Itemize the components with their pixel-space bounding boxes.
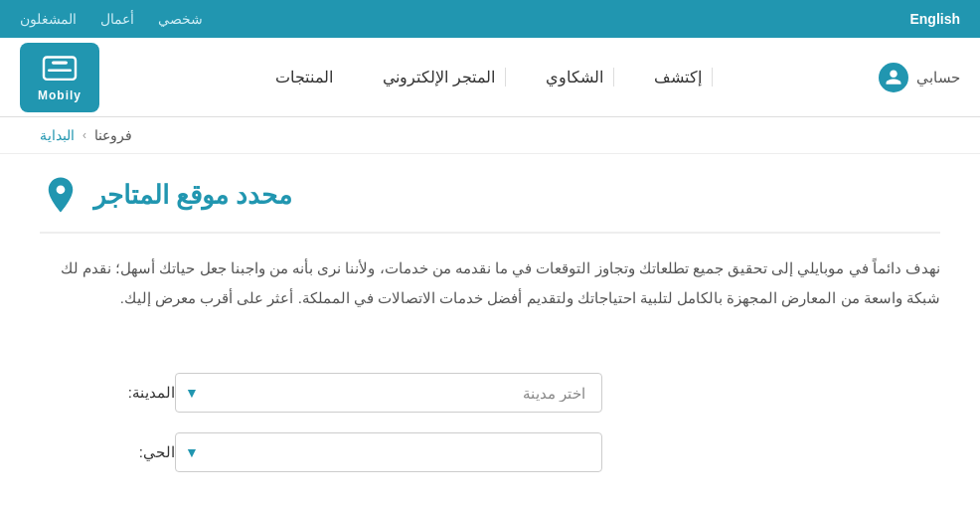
- breadcrumb-home[interactable]: البداية: [40, 127, 75, 143]
- english-language-btn[interactable]: English: [909, 11, 960, 27]
- breadcrumb-arrow: ›: [82, 128, 86, 142]
- logo-text: Mobily: [38, 88, 82, 102]
- nav-discover[interactable]: إكتشف: [644, 68, 713, 86]
- svg-rect-0: [44, 58, 76, 80]
- district-row: ▼ الحي:: [80, 432, 900, 472]
- top-bar: English شخصي أعمال المشغلون: [0, 0, 980, 38]
- top-bar-right: شخصي أعمال المشغلون: [20, 11, 203, 27]
- page-title: محدد موقع المتاجر: [93, 180, 292, 211]
- form-section: اختر مدينة ▼ المدينة: ▼ الحي:: [40, 373, 940, 472]
- district-select-wrapper: ▼: [175, 432, 602, 472]
- breadcrumb: فروعنا › البداية: [0, 117, 980, 154]
- breadcrumb-current: فروعنا: [94, 127, 132, 143]
- nav-store[interactable]: المتجر الإلكتروني: [373, 68, 505, 86]
- mobily-logo: Mobily: [20, 43, 99, 112]
- svg-rect-2: [48, 70, 72, 72]
- city-label: المدينة:: [95, 384, 175, 402]
- city-row: اختر مدينة ▼ المدينة:: [80, 373, 900, 413]
- nav-links: إكتشف الشكاوي المتجر الإلكتروني المنتجات: [99, 68, 879, 86]
- account-icon: [879, 63, 908, 92]
- city-select[interactable]: اختر مدينة: [175, 373, 602, 413]
- main-nav: حسابي إكتشف الشكاوي المتجر الإلكتروني ال…: [0, 38, 980, 117]
- nav-operators[interactable]: المشغلون: [20, 11, 77, 27]
- city-select-wrapper: اختر مدينة ▼: [175, 373, 602, 413]
- nav-business[interactable]: أعمال: [100, 11, 134, 27]
- location-icon: [40, 174, 82, 216]
- logo: Mobily: [20, 43, 99, 112]
- page-description: نهدف دائماً في موبايلي إلى تحقيق جميع تط…: [40, 254, 940, 313]
- page-title-row: محدد موقع المتاجر: [40, 174, 940, 234]
- account-section[interactable]: حسابي: [879, 63, 960, 92]
- district-label: الحي:: [95, 443, 175, 461]
- nav-complaints[interactable]: الشكاوي: [536, 68, 614, 86]
- top-bar-left: English: [909, 11, 960, 27]
- svg-rect-1: [52, 62, 68, 65]
- district-select[interactable]: [175, 432, 602, 472]
- page-content: محدد موقع المتاجر نهدف دائماً في موبايلي…: [0, 154, 980, 508]
- nav-personal[interactable]: شخصي: [158, 11, 203, 27]
- nav-products[interactable]: المنتجات: [265, 68, 343, 86]
- account-label: حسابي: [916, 69, 960, 86]
